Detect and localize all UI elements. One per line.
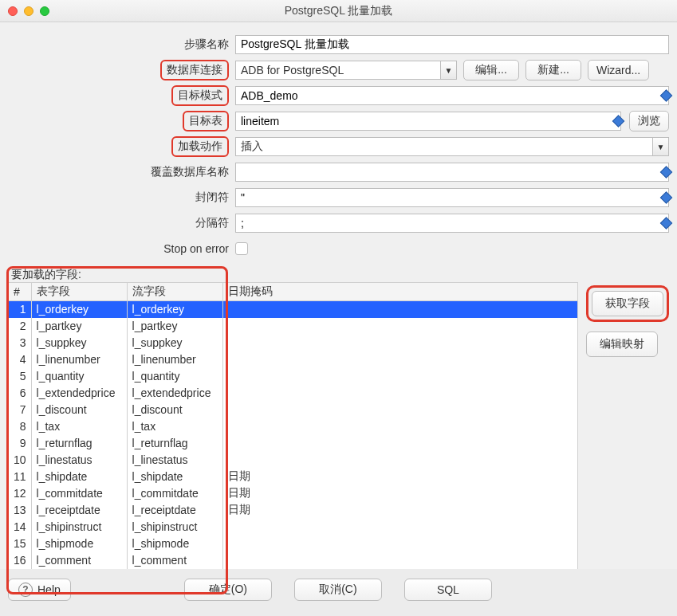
row-stream-field: l_linenumber: [127, 351, 222, 368]
row-stream-field: l_linestatus: [127, 452, 222, 469]
help-button[interactable]: ? Help: [8, 579, 71, 601]
edit-mapping-button[interactable]: 编辑映射: [586, 332, 658, 357]
col-date-mask: 日期掩码: [222, 283, 577, 301]
row-table-field: l_commitdate: [31, 485, 127, 502]
delimiter-label: 分隔符: [8, 216, 235, 230]
row-stream-field: l_tax: [127, 418, 222, 435]
table-row[interactable]: 7l_discountl_discount: [9, 402, 578, 418]
help-label: Help: [37, 583, 61, 596]
row-stream-field: l_quantity: [127, 368, 222, 385]
db-connection-select[interactable]: ADB for PostgreSQL ▼: [235, 61, 457, 80]
row-date-mask: 日期: [222, 485, 577, 502]
row-table-field: l_receiptdate: [31, 502, 127, 519]
row-index: 9: [9, 435, 32, 452]
row-stream-field: l_returnflag: [127, 435, 222, 452]
row-index: 13: [9, 502, 32, 519]
target-schema-input[interactable]: [235, 86, 669, 105]
table-row[interactable]: 1l_orderkeyl_orderkey: [9, 301, 578, 318]
fields-table[interactable]: # 表字段 流字段 日期掩码 1l_orderkeyl_orderkey2l_p…: [8, 282, 578, 569]
override-db-label: 覆盖数据库名称: [8, 165, 235, 179]
enclosure-input[interactable]: [235, 188, 669, 207]
row-table-field: l_shipdate: [31, 469, 127, 485]
edit-connection-button[interactable]: 编辑...: [463, 60, 519, 80]
row-index: 3: [9, 335, 32, 351]
row-date-mask: [222, 335, 577, 351]
col-index: #: [9, 283, 32, 301]
table-row[interactable]: 13l_receiptdatel_receiptdate日期: [9, 502, 578, 519]
row-stream-field: l_orderkey: [127, 301, 222, 318]
sql-button[interactable]: SQL: [404, 579, 492, 601]
row-date-mask: 日期: [222, 469, 577, 485]
row-table-field: l_partkey: [31, 318, 127, 335]
delimiter-input[interactable]: [235, 214, 669, 233]
table-row[interactable]: 5l_quantityl_quantity: [9, 368, 578, 385]
target-table-input[interactable]: [235, 112, 621, 131]
table-row[interactable]: 14l_shipinstructl_shipinstruct: [9, 519, 578, 536]
ok-button[interactable]: 确定(O): [184, 579, 272, 601]
row-stream-field: l_shipdate: [127, 469, 222, 485]
row-table-field: l_linestatus: [31, 452, 127, 469]
table-row[interactable]: 4l_linenumberl_linenumber: [9, 351, 578, 368]
row-date-mask: [222, 318, 577, 335]
row-stream-field: l_shipmode: [127, 536, 222, 552]
db-connection-label: 数据库连接: [160, 60, 229, 80]
target-schema-label: 目标模式: [171, 85, 229, 106]
step-name-input[interactable]: [235, 35, 669, 54]
cancel-button[interactable]: 取消(C): [294, 579, 382, 601]
row-stream-field: l_suppkey: [127, 335, 222, 351]
get-fields-button[interactable]: 获取字段: [592, 291, 663, 316]
titlebar: PostgreSQL 批量加载: [0, 0, 677, 22]
row-date-mask: 日期: [222, 502, 577, 519]
stop-on-error-checkbox[interactable]: [235, 242, 248, 255]
table-row[interactable]: 9l_returnflagl_returnflag: [9, 435, 578, 452]
load-action-select[interactable]: 插入 ▼: [235, 137, 669, 156]
row-date-mask: [222, 301, 577, 318]
row-index: 8: [9, 418, 32, 435]
row-stream-field: l_receiptdate: [127, 502, 222, 519]
row-index: 4: [9, 351, 32, 368]
load-action-label: 加载动作: [171, 136, 229, 157]
col-stream-field: 流字段: [127, 283, 222, 301]
table-row[interactable]: 16l_commentl_comment: [9, 552, 578, 569]
row-index: 12: [9, 485, 32, 502]
fields-title: 要加载的字段:: [8, 268, 578, 282]
wizard-button[interactable]: Wizard...: [588, 60, 649, 80]
row-stream-field: l_comment: [127, 552, 222, 569]
dialog-content: 步骤名称 数据库连接 ADB for PostgreSQL ▼ 编辑... 新建…: [0, 22, 677, 569]
row-date-mask: [222, 435, 577, 452]
side-buttons: 获取字段 编辑映射: [586, 268, 669, 357]
row-stream-field: l_extendedprice: [127, 385, 222, 402]
table-row[interactable]: 15l_shipmodel_shipmode: [9, 536, 578, 552]
row-date-mask: [222, 452, 577, 469]
row-table-field: l_tax: [31, 418, 127, 435]
dialog-footer: ? Help 确定(O) 取消(C) SQL: [0, 569, 677, 614]
row-date-mask: [222, 351, 577, 368]
row-table-field: l_shipinstruct: [31, 519, 127, 536]
window-title: PostgreSQL 批量加载: [0, 4, 677, 18]
row-table-field: l_quantity: [31, 368, 127, 385]
new-connection-button[interactable]: 新建...: [525, 60, 581, 80]
row-index: 15: [9, 536, 32, 552]
table-row[interactable]: 2l_partkeyl_partkey: [9, 318, 578, 335]
table-row[interactable]: 12l_commitdatel_commitdate日期: [9, 485, 578, 502]
table-row[interactable]: 8l_taxl_tax: [9, 418, 578, 435]
row-table-field: l_shipmode: [31, 536, 127, 552]
table-row[interactable]: 11l_shipdatel_shipdate日期: [9, 469, 578, 485]
row-date-mask: [222, 402, 577, 418]
row-date-mask: [222, 536, 577, 552]
row-table-field: l_comment: [31, 552, 127, 569]
override-db-input[interactable]: [235, 163, 669, 182]
table-row[interactable]: 3l_suppkeyl_suppkey: [9, 335, 578, 351]
row-table-field: l_discount: [31, 402, 127, 418]
fields-table-container: 要加载的字段: # 表字段 流字段 日期掩码 1l_orderkeyl_orde…: [8, 268, 578, 569]
row-index: 11: [9, 469, 32, 485]
row-date-mask: [222, 552, 577, 569]
row-stream-field: l_commitdate: [127, 485, 222, 502]
row-index: 1: [9, 301, 32, 318]
row-table-field: l_extendedprice: [31, 385, 127, 402]
table-row[interactable]: 6l_extendedpricel_extendedprice: [9, 385, 578, 402]
table-row[interactable]: 10l_linestatusl_linestatus: [9, 452, 578, 469]
row-index: 10: [9, 452, 32, 469]
col-table-field: 表字段: [31, 283, 127, 301]
browse-button[interactable]: 浏览: [629, 111, 669, 131]
